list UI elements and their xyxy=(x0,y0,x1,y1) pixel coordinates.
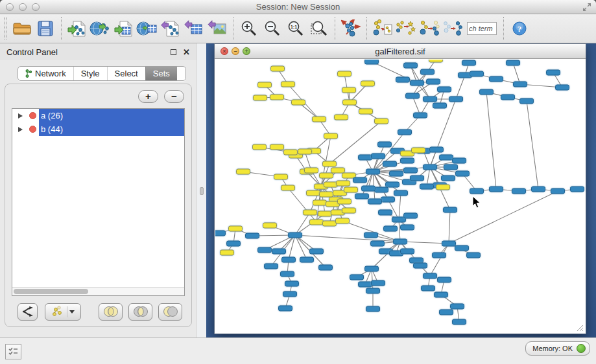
graph-node[interactable] xyxy=(292,100,305,105)
graph-node[interactable] xyxy=(318,211,332,216)
graph-node[interactable] xyxy=(271,66,285,71)
graph-node[interactable] xyxy=(422,286,435,291)
graph-node[interactable] xyxy=(310,220,324,225)
graph-node[interactable] xyxy=(372,280,385,286)
graph-node[interactable] xyxy=(221,250,234,255)
graph-node[interactable] xyxy=(404,63,418,68)
graph-node[interactable] xyxy=(365,266,379,271)
graph-node[interactable] xyxy=(362,186,375,191)
graph-node[interactable] xyxy=(453,319,466,324)
graph-node[interactable] xyxy=(520,98,534,104)
expander-icon[interactable] xyxy=(12,127,28,132)
graph-node[interactable] xyxy=(453,158,466,163)
set-row-b[interactable]: b (44) xyxy=(12,122,184,136)
graph-node[interactable] xyxy=(281,271,294,277)
graph-node[interactable] xyxy=(372,154,385,159)
graph-node[interactable] xyxy=(342,87,356,93)
graph-node[interactable] xyxy=(215,231,226,236)
graph-node[interactable] xyxy=(335,115,348,120)
graph-node[interactable] xyxy=(449,97,463,102)
graph-node[interactable] xyxy=(324,133,338,139)
graph-node[interactable] xyxy=(404,168,418,173)
graph-node[interactable] xyxy=(375,119,388,124)
network-canvas[interactable] xyxy=(215,60,585,333)
zoom-actual-size-button[interactable]: 1:1 xyxy=(284,16,307,41)
zoom-window-icon[interactable] xyxy=(32,3,40,11)
export-image-button[interactable] xyxy=(206,16,229,41)
remove-set-button[interactable]: − xyxy=(164,90,184,103)
graph-node[interactable] xyxy=(342,173,356,178)
graph-node[interactable] xyxy=(384,226,398,231)
graph-node[interactable] xyxy=(304,210,317,215)
graph-node[interactable] xyxy=(298,149,312,154)
graph-node[interactable] xyxy=(411,176,424,181)
graph-node[interactable] xyxy=(507,60,520,65)
graph-node[interactable] xyxy=(390,171,403,176)
graph-node[interactable] xyxy=(279,306,292,311)
new-network-selected-nodes-button[interactable] xyxy=(418,16,441,41)
graph-node[interactable] xyxy=(320,173,333,178)
graph-node[interactable] xyxy=(350,275,364,280)
frame-close-icon[interactable]: × xyxy=(221,47,228,55)
graph-node[interactable] xyxy=(359,282,372,287)
task-history-button[interactable] xyxy=(5,344,21,359)
graph-node[interactable] xyxy=(411,80,424,85)
window-titlebar[interactable]: Session: New Session xyxy=(0,0,596,14)
zoom-fit-selected-button[interactable] xyxy=(307,16,331,41)
graph-node[interactable] xyxy=(401,225,414,230)
graph-node[interactable] xyxy=(283,291,297,297)
graph-node[interactable] xyxy=(274,174,288,179)
graph-node[interactable] xyxy=(343,100,357,105)
graph-node[interactable] xyxy=(307,190,320,196)
export-table-button[interactable] xyxy=(182,16,206,41)
graph-node[interactable] xyxy=(480,89,494,95)
create-set-from-network-button[interactable] xyxy=(45,303,81,321)
set-row-a[interactable]: a (26) xyxy=(12,109,184,122)
import-table-web-button[interactable] xyxy=(136,16,159,41)
graph-node[interactable] xyxy=(359,155,372,160)
graph-node[interactable] xyxy=(319,265,333,270)
dropdown-arrow-icon[interactable] xyxy=(69,310,75,313)
import-network-web-button[interactable] xyxy=(89,16,112,41)
graph-node[interactable] xyxy=(433,103,447,108)
graph-node[interactable] xyxy=(512,188,526,194)
graph-node[interactable] xyxy=(386,182,399,187)
graph-node[interactable] xyxy=(514,82,527,87)
graph-node[interactable] xyxy=(440,310,453,315)
graph-node[interactable] xyxy=(323,161,337,166)
graph-node[interactable] xyxy=(272,249,286,254)
tab-style[interactable]: Style xyxy=(73,67,107,80)
graph-node[interactable] xyxy=(323,221,337,226)
graph-node[interactable] xyxy=(336,218,350,223)
graph-node[interactable] xyxy=(281,185,295,190)
graph-node[interactable] xyxy=(423,273,437,279)
graph-node[interactable] xyxy=(430,147,444,152)
graph-node[interactable] xyxy=(571,187,584,192)
graph-node[interactable] xyxy=(310,249,324,254)
graph-node[interactable] xyxy=(440,155,453,160)
graph-node[interactable] xyxy=(396,77,410,82)
scrollbar-thumb[interactable] xyxy=(14,289,88,294)
memory-status-badge[interactable]: Memory: OK xyxy=(525,341,590,356)
graph-node[interactable] xyxy=(282,257,296,262)
graph-node[interactable] xyxy=(300,257,314,262)
search-input[interactable] xyxy=(467,22,497,35)
tab-network[interactable]: Network xyxy=(18,67,73,80)
graph-node[interactable] xyxy=(289,233,302,238)
graph-node[interactable] xyxy=(462,60,476,65)
frame-maximize-icon[interactable]: + xyxy=(243,47,250,55)
graph-node[interactable] xyxy=(305,168,318,173)
graph-node[interactable] xyxy=(427,79,440,84)
import-table-file-button[interactable] xyxy=(112,16,136,41)
intersection-sets-button[interactable] xyxy=(128,303,152,321)
graph-node[interactable] xyxy=(444,207,457,212)
graph-node[interactable] xyxy=(467,253,481,258)
graph-node[interactable] xyxy=(451,304,464,309)
graph-node[interactable] xyxy=(401,158,414,163)
graph-node[interactable] xyxy=(258,82,272,87)
graph-node[interactable] xyxy=(364,233,378,238)
graph-node[interactable] xyxy=(337,181,350,186)
tab-sets[interactable]: Sets xyxy=(145,67,177,80)
toolbar-grip[interactable] xyxy=(4,17,7,40)
graph-node[interactable] xyxy=(547,70,560,75)
